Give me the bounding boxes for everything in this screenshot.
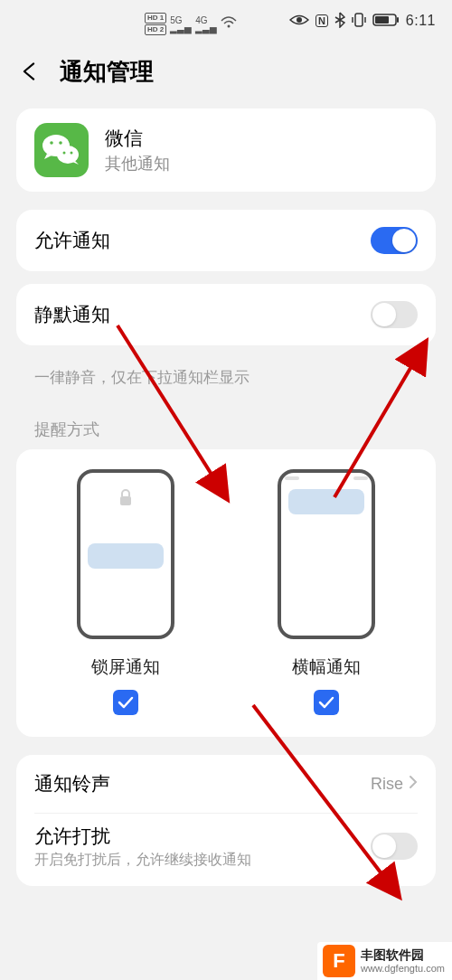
watermark-brand: 丰图软件园 (361, 948, 445, 962)
disturb-row: 允许打扰 开启免打扰后，允许继续接收通知 (34, 814, 418, 879)
watermark-badge-icon: F (323, 945, 355, 977)
svg-rect-2 (355, 14, 363, 26)
svg-point-11 (59, 141, 62, 145)
lockscreen-mode-label: 锁屏通知 (91, 655, 160, 679)
app-name: 微信 (105, 126, 170, 151)
signal-bars-icon: ▂▃▅ (170, 24, 192, 33)
svg-rect-7 (375, 16, 389, 24)
svg-point-13 (71, 152, 73, 155)
eye-icon (289, 14, 309, 29)
banner-phone-icon (278, 469, 375, 639)
vibrate-icon (352, 12, 366, 31)
disturb-label: 允许打扰 (34, 824, 251, 849)
banner-mode[interactable]: 横幅通知 (235, 469, 418, 715)
page-header: 通知管理 (0, 42, 452, 101)
nfc-icon: N (315, 14, 328, 27)
lockscreen-checkbox[interactable] (113, 690, 138, 715)
svg-rect-6 (397, 17, 399, 23)
banner-mode-label: 横幅通知 (292, 655, 361, 679)
svg-point-9 (57, 146, 79, 164)
svg-point-10 (50, 141, 53, 145)
silent-notification-row: 静默通知 (34, 284, 418, 345)
ringtone-row[interactable]: 通知铃声 Rise (34, 755, 418, 813)
reminder-section-title: 提醒方式 (0, 408, 452, 449)
wifi-icon (221, 16, 237, 33)
silent-notification-desc: 一律静音，仅在下拉通知栏显示 (0, 358, 452, 408)
allow-notification-card: 允许通知 (16, 210, 436, 271)
ringtone-value: Rise (371, 775, 403, 794)
page-title: 通知管理 (60, 56, 154, 88)
hd2-badge: HD 2 (145, 24, 166, 35)
svg-rect-14 (120, 496, 131, 505)
ringtone-label: 通知铃声 (34, 771, 110, 796)
app-sub-label: 其他通知 (105, 153, 170, 174)
battery-icon (372, 13, 400, 30)
allow-notification-label: 允许通知 (34, 228, 110, 253)
lock-icon (118, 489, 134, 512)
silent-notification-toggle[interactable] (371, 301, 418, 328)
bluetooth-icon (334, 12, 345, 31)
watermark: F 丰图软件园 www.dgfengtu.com (317, 942, 452, 980)
silent-notification-label: 静默通知 (34, 302, 110, 327)
wechat-app-icon (34, 123, 89, 177)
watermark-url: www.dgfengtu.com (361, 963, 445, 974)
silent-notification-card: 静默通知 (16, 284, 436, 345)
back-arrow-icon[interactable] (18, 61, 40, 82)
svg-point-0 (228, 24, 231, 27)
svg-point-1 (297, 17, 302, 23)
status-clock: 6:11 (406, 13, 436, 29)
disturb-toggle[interactable] (371, 833, 418, 860)
app-info-card: 微信 其他通知 (16, 108, 436, 192)
allow-notification-row: 允许通知 (34, 210, 418, 271)
chevron-right-icon (409, 775, 418, 794)
svg-point-12 (63, 152, 66, 155)
reminder-modes-card: 锁屏通知 横幅通知 (16, 449, 436, 737)
disturb-sub: 开启免打扰后，允许继续接收通知 (34, 851, 251, 870)
status-bar: HD 1 HD 2 5G ▂▃▅ 4G ▂▃▅ N 6:11 (0, 0, 452, 42)
banner-checkbox[interactable] (314, 690, 339, 715)
hd1-badge: HD 1 (145, 13, 166, 24)
lockscreen-mode[interactable]: 锁屏通知 (34, 469, 217, 715)
lockscreen-phone-icon (77, 469, 174, 639)
sound-card: 通知铃声 Rise 允许打扰 开启免打扰后，允许继续接收通知 (16, 755, 436, 886)
allow-notification-toggle[interactable] (371, 227, 418, 254)
signal-bars-icon: ▂▃▅ (195, 24, 217, 33)
